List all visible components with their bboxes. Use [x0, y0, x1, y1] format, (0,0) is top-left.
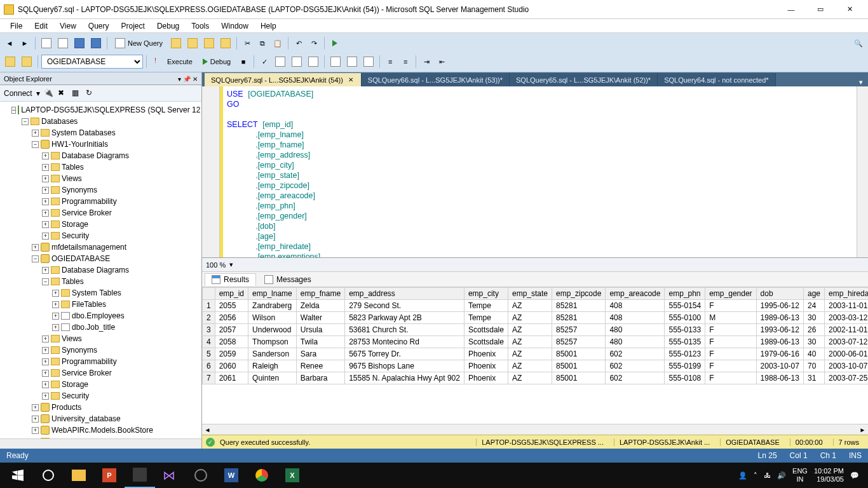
- grid-cell[interactable]: 5675 Torrey Dr.: [345, 348, 465, 360]
- tray-people-icon[interactable]: 👤: [738, 471, 747, 480]
- tree-node[interactable]: Views: [62, 173, 82, 184]
- grid-cell[interactable]: 1993-06-12: [756, 324, 803, 336]
- row-number[interactable]: 5: [203, 348, 215, 360]
- grid-cell[interactable]: 2057: [215, 324, 248, 336]
- tb2-icon-1[interactable]: [3, 55, 18, 69]
- results-grid-wrap[interactable]: emp_idemp_lnameemp_fnameemp_addressemp_c…: [202, 287, 868, 424]
- tree-node[interactable]: Synonyms: [62, 344, 97, 356]
- connect-icon-1[interactable]: 🔌: [44, 88, 54, 98]
- tb2-icon-8[interactable]: [361, 55, 376, 69]
- open-button[interactable]: [55, 36, 71, 50]
- databases-node[interactable]: Databases: [41, 116, 78, 127]
- refresh-icon[interactable]: ↻: [86, 88, 96, 98]
- column-header[interactable]: emp_lname: [248, 288, 297, 300]
- grid-cell[interactable]: 2002-11-01: [825, 324, 869, 336]
- column-header[interactable]: emp_id: [215, 288, 248, 300]
- grid-cell[interactable]: AZ: [508, 324, 552, 336]
- menu-debug[interactable]: Debug: [152, 20, 184, 32]
- grid-cell[interactable]: 2003-10-07: [756, 360, 803, 372]
- grid-cell[interactable]: 31: [803, 372, 824, 384]
- grid-cell[interactable]: 602: [606, 360, 665, 372]
- grid-cell[interactable]: Phoenix: [464, 348, 508, 360]
- tree-node[interactable]: FileTables: [72, 299, 106, 310]
- grid-cell[interactable]: 2000-06-01: [825, 348, 869, 360]
- grid-cell[interactable]: M: [705, 312, 756, 324]
- tree-node[interactable]: Tables: [62, 161, 84, 173]
- database-selector[interactable]: OGIEDATABASE: [41, 55, 143, 69]
- grid-cell[interactable]: AZ: [508, 348, 552, 360]
- grid-cell[interactable]: AZ: [508, 360, 552, 372]
- column-header[interactable]: emp_city: [464, 288, 508, 300]
- document-tab[interactable]: SQLQuery67.sql - L...SG5JEJK\Ankit (54))…: [205, 73, 362, 86]
- find-button[interactable]: 🔍: [851, 36, 865, 50]
- tray-volume-icon[interactable]: 🔊: [777, 471, 786, 480]
- tray-up-icon[interactable]: ˄: [754, 471, 757, 480]
- mfdetails-node[interactable]: mfdetailsmanagement: [51, 241, 126, 253]
- grid-cell[interactable]: 602: [606, 348, 665, 360]
- row-number[interactable]: 2: [203, 312, 215, 324]
- products-node[interactable]: Products: [51, 402, 81, 413]
- grid-cell[interactable]: Wilson: [248, 312, 297, 324]
- grid-cell[interactable]: 2061: [215, 372, 248, 384]
- row-number[interactable]: 7: [203, 372, 215, 384]
- system-databases-node[interactable]: System Databases: [51, 127, 116, 139]
- grid-cell[interactable]: 2003-10-07: [825, 360, 869, 372]
- tree-node[interactable]: Synonyms: [62, 184, 97, 196]
- column-header[interactable]: emp_state: [508, 288, 552, 300]
- comment-button[interactable]: ≡: [383, 55, 397, 69]
- grid-cell[interactable]: 15585 N. Apalachia Hwy Apt 902: [345, 372, 465, 384]
- menu-project[interactable]: Project: [116, 20, 150, 32]
- document-tab[interactable]: SQLQuery66.sql - L...SG5JEJK\Ankit (53))…: [362, 73, 510, 86]
- tb2-icon-2[interactable]: [19, 55, 34, 69]
- sql-editor[interactable]: USE [OGIEDATABASE] GO SELECT [emp_id] ,[…: [202, 86, 868, 258]
- grid-cell[interactable]: 85281: [552, 312, 606, 324]
- grid-cell[interactable]: 555-0154: [665, 300, 705, 312]
- document-tab[interactable]: SQLQuery65.sql - L...SG5JEJK\Ankit (52))…: [510, 73, 658, 86]
- grid-cell[interactable]: 2059: [215, 348, 248, 360]
- column-header[interactable]: emp_address: [345, 288, 465, 300]
- tree-node[interactable]: Storage: [62, 379, 88, 390]
- hw1-db-node[interactable]: HW1-YourInitials: [51, 139, 108, 150]
- grid-cell[interactable]: F: [705, 360, 756, 372]
- parse-button[interactable]: ✓: [257, 55, 271, 69]
- column-header[interactable]: emp_areacode: [606, 288, 665, 300]
- connect-label[interactable]: Connect: [4, 89, 32, 98]
- tree-node[interactable]: Security: [62, 390, 89, 402]
- tray-clock[interactable]: 10:02 PM19/03/05: [814, 467, 844, 484]
- start-button[interactable]: [328, 36, 342, 50]
- cortana-button[interactable]: [33, 463, 64, 488]
- grid-cell[interactable]: 2060: [215, 360, 248, 372]
- grid-cell[interactable]: 555-0199: [665, 360, 705, 372]
- menu-view[interactable]: View: [55, 20, 81, 32]
- ogiedatabase-node[interactable]: OGIEDATABASE: [51, 253, 110, 264]
- grid-cell[interactable]: Phoenix: [464, 372, 508, 384]
- grid-cell[interactable]: 85281: [552, 300, 606, 312]
- grid-cell[interactable]: 408: [606, 300, 665, 312]
- grid-cell[interactable]: F: [705, 324, 756, 336]
- tray-network-icon[interactable]: 🖧: [764, 471, 771, 479]
- debug-button[interactable]: Debug: [198, 55, 235, 69]
- column-header[interactable]: dob: [756, 288, 803, 300]
- grid-cell[interactable]: 555-0100: [665, 312, 705, 324]
- tree-node[interactable]: dbo.Employees: [72, 310, 125, 322]
- grid-cell[interactable]: F: [705, 372, 756, 384]
- tab-overflow-button[interactable]: ▾: [854, 78, 868, 86]
- tree-node[interactable]: Programmability: [62, 356, 117, 367]
- grid-cell[interactable]: 28753 Montecino Rd: [345, 336, 465, 348]
- grid-cell[interactable]: AZ: [508, 372, 552, 384]
- grid-cell[interactable]: Tempe: [464, 312, 508, 324]
- tray-notifications-icon[interactable]: 💬: [850, 471, 859, 480]
- tree-node[interactable]: System Tables: [72, 287, 121, 299]
- copy-button[interactable]: ⧉: [255, 36, 269, 50]
- grid-cell[interactable]: Raleigh: [248, 360, 297, 372]
- task-excel[interactable]: X: [277, 463, 308, 488]
- webapi-node[interactable]: WebAPIRc.Models.BookStore: [51, 424, 153, 436]
- row-number[interactable]: 3: [203, 324, 215, 336]
- tree-node[interactable]: Service Broker: [62, 207, 112, 219]
- save-button[interactable]: [72, 36, 87, 50]
- row-number[interactable]: 4: [203, 336, 215, 348]
- results-tab[interactable]: Results: [205, 273, 256, 286]
- zoom-level[interactable]: 100 %: [206, 261, 226, 269]
- university-node[interactable]: University_database: [51, 413, 121, 424]
- grid-cell[interactable]: 480: [606, 336, 665, 348]
